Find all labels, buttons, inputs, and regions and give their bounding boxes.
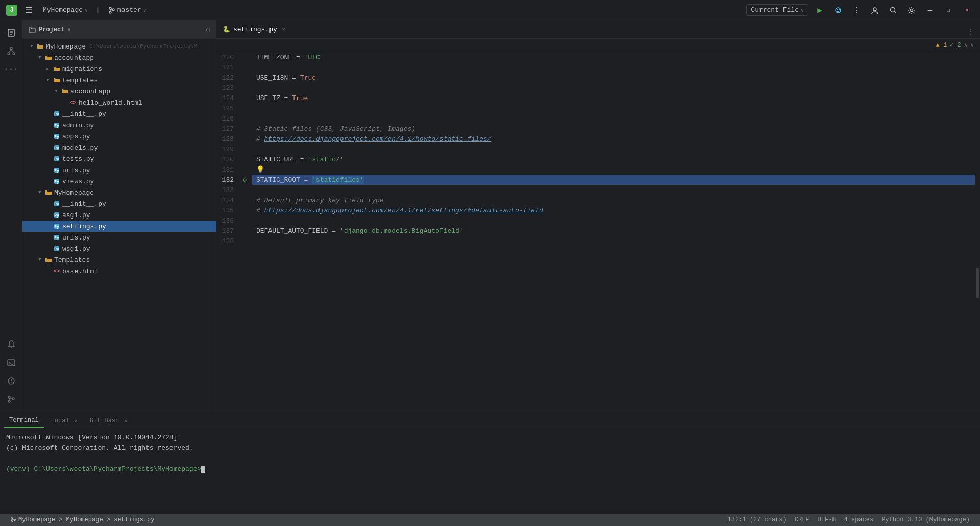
tabs-more-icon[interactable]: ⋮: [965, 26, 976, 38]
editor-scrollbar-thumb[interactable]: [976, 268, 979, 298]
panel-settings-icon[interactable]: ⚙: [206, 26, 210, 34]
tree-item-templates-sub[interactable]: ▼templates: [22, 75, 216, 86]
search-button[interactable]: [886, 3, 900, 17]
tree-item-asgi[interactable]: Pyasgi.py: [22, 209, 216, 221]
code-line-136: 136: [216, 216, 975, 226]
line-code-126[interactable]: [252, 113, 975, 124]
tree-arrow-accountapp-sub[interactable]: ▼: [53, 88, 59, 94]
tab-settings-py-close[interactable]: ✕: [280, 26, 287, 33]
status-interpreter[interactable]: Python 3.10 (MyHomepage): [877, 514, 974, 526]
terminal-tab-close[interactable]: ✕: [124, 418, 127, 424]
tree-arrow-models: [45, 145, 51, 151]
user-button[interactable]: [868, 3, 882, 17]
files-icon-button[interactable]: [3, 25, 19, 41]
settings-button[interactable]: [904, 3, 919, 17]
line-code-125[interactable]: [252, 103, 975, 113]
tree-label-base: base.html: [62, 268, 98, 275]
line-code-121[interactable]: [252, 62, 975, 73]
line-code-133[interactable]: [252, 185, 975, 195]
terminal-tab-terminal[interactable]: Terminal: [4, 414, 44, 428]
project-selector[interactable]: MyHomepage ∨: [40, 5, 91, 15]
line-num-135: 135: [216, 205, 242, 216]
code-line-120: 120TIME_ZONE = 'UTC': [216, 52, 975, 62]
more-actions-button[interactable]: ⋮: [849, 3, 864, 17]
maximize-button[interactable]: ☐: [941, 3, 955, 17]
status-encoding[interactable]: UTF-8: [814, 514, 840, 526]
tree-item-wsgi[interactable]: Pywsgi.py: [22, 243, 216, 254]
tree-item-admin[interactable]: Pyadmin.py: [22, 119, 216, 131]
tree-item-myhomepage-sub[interactable]: ▼MyHomepage: [22, 187, 216, 198]
tree-item-urls1[interactable]: Pyurls.py: [22, 164, 216, 176]
run-config-selector[interactable]: Current File ∨: [746, 4, 808, 16]
tree-item-views[interactable]: Pyviews.py: [22, 176, 216, 187]
code-line-131: 131💡: [216, 164, 975, 175]
line-num-133: 133: [216, 185, 242, 195]
line-code-130[interactable]: STATIC_URL = 'static/': [252, 154, 975, 164]
line-code-128[interactable]: # https://docs.djangoproject.com/en/4.1/…: [252, 134, 975, 144]
more-tools-icon-button[interactable]: ···: [3, 61, 19, 78]
error-badge[interactable]: ✓ 2: [950, 41, 961, 49]
terminal-content[interactable]: Microsoft Windows [Version 10.0.19044.27…: [0, 428, 980, 514]
hamburger-menu[interactable]: ☰: [21, 3, 36, 17]
run-button[interactable]: ▶: [813, 3, 827, 17]
tree-item-base[interactable]: <>base.html: [22, 266, 216, 277]
terminal-tab-local[interactable]: Local✕: [46, 414, 83, 428]
tree-item-templates-main[interactable]: ▼Templates: [22, 254, 216, 266]
line-gutter-123: [242, 83, 252, 93]
line-code-131[interactable]: 💡: [252, 164, 975, 175]
warning-badge[interactable]: ▲ 1: [936, 42, 947, 49]
line-code-123[interactable]: [252, 83, 975, 93]
terminal-tab-close[interactable]: ✕: [75, 418, 78, 424]
tree-arrow-accountapp[interactable]: ▼: [37, 55, 43, 61]
editor-scrollbar[interactable]: [975, 52, 980, 412]
code-scroll[interactable]: 120TIME_ZONE = 'UTC'121122USE_I18N = Tru…: [216, 52, 975, 412]
close-button[interactable]: ✕: [960, 3, 974, 17]
line-code-134[interactable]: # Default primary key field type: [252, 195, 975, 205]
tree-arrow-migrations[interactable]: ▶: [45, 66, 51, 72]
line-code-122[interactable]: USE_I18N = True: [252, 73, 975, 83]
tree-item-urls2[interactable]: Pyurls.py: [22, 232, 216, 243]
tree-item-accountapp-sub[interactable]: ▼accountapp: [22, 86, 216, 97]
tree-arrow-myhomepage-root[interactable]: ▼: [29, 43, 35, 50]
line-code-137[interactable]: DEFAULT_AUTO_FIELD = 'django.db.models.B…: [252, 226, 975, 236]
line-code-138[interactable]: [252, 236, 975, 246]
status-line-ending[interactable]: CRLF: [791, 514, 814, 526]
git-icon-button[interactable]: [3, 391, 19, 408]
problems-icon-button[interactable]: [3, 373, 19, 389]
tree-item-hello_world[interactable]: <>hello_world.html: [22, 97, 216, 108]
tree-arrow-templates-main[interactable]: ▼: [37, 257, 43, 263]
branch-selector[interactable]: master ∨: [105, 5, 150, 15]
line-code-127[interactable]: # Static files (CSS, JavaScript, Images): [252, 124, 975, 134]
panel-title-arrow[interactable]: ∨: [67, 27, 70, 33]
structure-icon-button[interactable]: [3, 43, 19, 59]
status-indent[interactable]: 4 spaces: [840, 514, 878, 526]
tree-item-apps[interactable]: Pyapps.py: [22, 131, 216, 142]
line-code-124[interactable]: USE_TZ = True: [252, 93, 975, 103]
line-code-129[interactable]: [252, 144, 975, 154]
line-code-120[interactable]: TIME_ZONE = 'UTC': [252, 52, 975, 62]
line-code-132[interactable]: STATIC_ROOT = 'staticfiles': [252, 175, 975, 185]
terminal-icon-button[interactable]: [3, 354, 19, 371]
tab-settings-py[interactable]: 🐍 settings.py ✕: [216, 21, 294, 38]
tree-item-init2[interactable]: Py__init__.py: [22, 198, 216, 209]
line-code-136[interactable]: [252, 216, 975, 226]
tree-arrow-templates-sub[interactable]: ▼: [45, 77, 51, 83]
status-breadcrumb[interactable]: MyHomepage > MyHomepage > settings.py: [6, 514, 158, 526]
nav-down-icon[interactable]: ∨: [970, 42, 974, 49]
status-position[interactable]: 132:1 (27 chars): [724, 514, 791, 526]
debug-button[interactable]: [831, 3, 845, 17]
tree-arrow-myhomepage-sub[interactable]: ▼: [37, 189, 43, 196]
nav-up-icon[interactable]: ∧: [964, 42, 968, 49]
tree-item-migrations[interactable]: ▶migrations: [22, 63, 216, 75]
minimize-button[interactable]: —: [923, 3, 937, 17]
tree-item-accountapp[interactable]: ▼accountapp: [22, 52, 216, 63]
notifications-icon-button[interactable]: [3, 336, 19, 352]
tree-item-myhomepage-root[interactable]: ▼MyHomepageC:\Users\woota\PycharmProject…: [22, 41, 216, 52]
terminal-tab-git-bash[interactable]: Git Bash✕: [85, 414, 133, 428]
tree-item-init1[interactable]: Py__init__.py: [22, 108, 216, 119]
tree-label-urls1: urls.py: [62, 166, 90, 174]
tree-item-models[interactable]: Pymodels.py: [22, 142, 216, 153]
tree-item-tests[interactable]: Pytests.py: [22, 153, 216, 164]
line-code-135[interactable]: # https://docs.djangoproject.com/en/4.1/…: [252, 205, 975, 216]
tree-item-settings[interactable]: Pysettings.py: [22, 221, 216, 232]
